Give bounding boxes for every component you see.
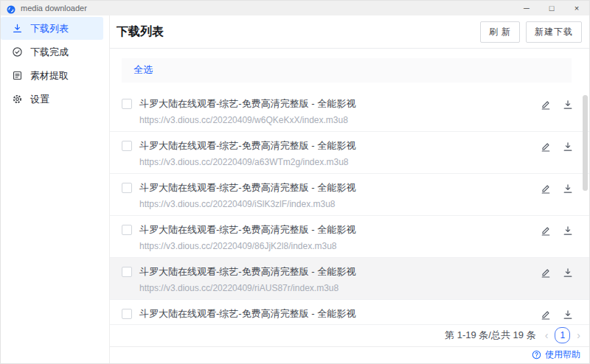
item-url: https://v3.dious.cc/20220409/a63WTm2g/in… [139,156,355,168]
item-title: 斗罗大陆在线观看-综艺-免费高清完整版 - 全能影视 [139,181,355,194]
prev-page-icon[interactable]: ‹ [545,330,549,340]
download-icon[interactable] [563,267,573,278]
edit-icon[interactable] [541,267,551,278]
sidebar-item-material-extract[interactable]: 素材提取 [1,64,103,87]
item-title: 斗罗大陆在线观看-综艺-免费高清完整版 - 全能影视 [139,139,355,152]
item-url: https://v3.dious.cc/20220409/86JjK2l8/in… [139,240,355,252]
download-list: 斗罗大陆在线观看-综艺-免费高清完整版 - 全能影视 https://v3.di… [110,90,589,325]
download-icon[interactable] [563,309,573,320]
edit-icon[interactable] [541,309,551,320]
sidebar: 下载列表 下载完成 素材提取 设置 [1,15,110,363]
row-checkbox[interactable] [122,309,132,319]
main-panel: 下载列表 刷 新 新建下载 全选 斗罗大陆在线观看-综艺-免费高清完整版 - 全… [110,15,589,363]
sidebar-item-download-list[interactable]: 下载列表 [1,17,103,40]
edit-icon[interactable] [541,141,551,152]
sidebar-item-settings[interactable]: 设置 [1,88,103,111]
download-icon[interactable] [563,183,573,194]
download-row: 斗罗大陆在线观看-综艺-免费高清完整版 - 全能影视 https://v3.di… [110,132,589,174]
page-number-button[interactable]: 1 [555,327,570,343]
refresh-button[interactable]: 刷 新 [480,21,520,43]
maximize-button[interactable]: □ [539,1,564,15]
question-circle-icon [532,350,541,360]
item-title: 斗罗大陆在线观看-综艺-免费高清完整版 - 全能影视 [139,307,355,320]
edit-icon[interactable] [541,225,551,236]
sidebar-item-label: 素材提取 [30,69,69,83]
row-checkbox[interactable] [122,225,132,235]
help-link[interactable]: 使用帮助 [545,349,580,361]
row-checkbox[interactable] [122,99,132,109]
row-checkbox[interactable] [122,141,132,151]
help-bar: 使用帮助 [110,346,589,363]
pagination-summary: 第 1-19 条/总共 19 条 [445,329,536,342]
sidebar-item-download-complete[interactable]: 下载完成 [1,41,103,63]
download-icon[interactable] [563,225,573,236]
download-icon[interactable] [563,141,573,152]
row-checkbox[interactable] [122,183,132,193]
download-row: 斗罗大陆在线观看-综艺-免费高清完整版 - 全能影视 https://v3.di… [110,258,589,300]
app-window: media downloader ─ □ × 下载列表 下载完成 [0,0,590,364]
extract-icon [12,70,23,81]
item-title: 斗罗大陆在线观看-综艺-免费高清完整版 - 全能影视 [139,223,355,236]
row-checkbox[interactable] [122,267,132,277]
download-row: 斗罗大陆在线观看-综艺-免费高清完整版 - 全能影视 https://v3.di… [110,90,589,132]
edit-icon[interactable] [541,99,551,110]
download-icon[interactable] [563,99,573,110]
item-url: https://v3.dious.cc/20220409/w6QKeKxX/in… [139,114,355,126]
item-url: https://v3.dious.cc/20220409/riAUS87r/in… [139,282,355,294]
item-title: 斗罗大陆在线观看-综艺-免费高清完整版 - 全能影视 [139,97,355,110]
item-title: 斗罗大陆在线观看-综艺-免费高清完整版 - 全能影视 [139,265,355,278]
page-title: 下载列表 [117,24,164,40]
window-title: media downloader [21,4,87,13]
sidebar-item-label: 下载列表 [30,22,69,35]
edit-icon[interactable] [541,183,551,194]
select-all-band: 全选 [122,58,572,83]
pagination: 第 1-19 条/总共 19 条 ‹ 1 › [110,325,589,346]
minimize-button[interactable]: ─ [514,1,539,15]
select-all-link[interactable]: 全选 [133,63,153,77]
new-download-button[interactable]: 新建下载 [526,21,582,43]
next-page-icon[interactable]: › [577,330,580,340]
sidebar-item-label: 下载完成 [30,46,69,59]
sidebar-item-label: 设置 [30,93,49,106]
download-row: 斗罗大陆在线观看-综艺-免费高清完整版 - 全能影视 https://v3.di… [110,174,589,216]
titlebar: media downloader ─ □ × [1,1,589,15]
close-button[interactable]: × [564,1,589,15]
app-logo-icon [7,4,15,13]
gear-icon [12,94,23,105]
download-icon [12,23,23,34]
scrollbar-thumb[interactable] [583,95,588,191]
item-url: https://v3.dious.cc/20220409/iSlK3zlF/in… [139,198,355,210]
download-row: 斗罗大陆在线观看-综艺-免费高清完整版 - 全能影视 https://v3.di… [110,216,589,258]
main-header: 下载列表 刷 新 新建下载 [110,15,589,49]
download-row: 斗罗大陆在线观看-综艺-免费高清完整版 - 全能影视 [110,300,589,325]
check-circle-icon [12,46,23,57]
